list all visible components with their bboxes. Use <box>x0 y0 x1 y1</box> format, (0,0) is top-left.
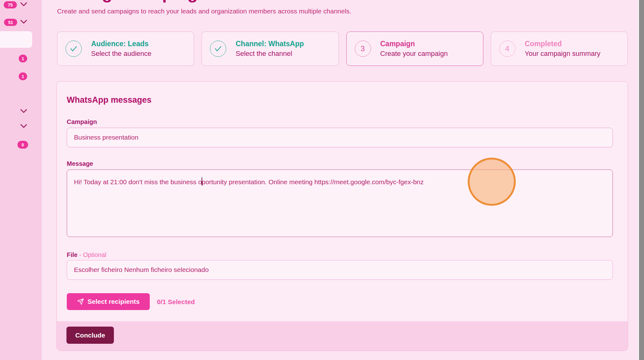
step-subtitle: Select the audience <box>91 50 151 58</box>
file-label-text: File <box>67 251 77 258</box>
whatsapp-message-card: WhatsApp messages Campaign Business pres… <box>56 81 628 351</box>
scrollbar-thumb[interactable] <box>639 0 644 360</box>
sidebar-active-item[interactable] <box>0 31 32 48</box>
step-title: Completed <box>525 40 601 48</box>
page-subtitle: Create and send campaigns to reach your … <box>57 7 351 15</box>
chevron-down-icon[interactable] <box>20 109 27 114</box>
page-title-clipped: Manage campaigns <box>57 0 463 3</box>
step-channel[interactable]: Channel: WhatsApp Select the channel <box>202 32 339 66</box>
step-title: Campaign <box>380 40 448 48</box>
page-title: Manage campaigns <box>57 0 218 3</box>
check-circle-icon <box>66 41 82 57</box>
file-picker-input[interactable]: Escolher ficheiro Nenhum ficheiro seleci… <box>67 260 613 280</box>
step-texts: Campaign Create your campaign <box>380 40 448 58</box>
file-optional-text: - Optional <box>79 251 106 258</box>
select-recipients-button[interactable]: Select recipients <box>67 293 150 310</box>
check-circle-icon <box>210 41 226 57</box>
section-title: WhatsApp messages <box>67 95 152 105</box>
step-texts: Channel: WhatsApp Select the channel <box>236 40 304 58</box>
step-number-circle: 3 <box>355 41 371 57</box>
step-number-circle: 4 <box>499 41 515 57</box>
step-subtitle: Select the channel <box>236 50 304 58</box>
step-subtitle: Create your campaign <box>380 50 448 58</box>
select-recipients-label: Select recipients <box>88 298 140 305</box>
sidebar: 75 51 1 1 0 <box>0 0 41 360</box>
sidebar-count-badge: 75 <box>4 1 17 8</box>
campaign-name-input[interactable]: Business presentation <box>67 128 613 147</box>
sidebar-count-badge: 0 <box>17 141 28 149</box>
chevron-down-icon[interactable] <box>20 2 27 7</box>
campaign-name-value: Business presentation <box>74 134 139 141</box>
chevron-down-icon[interactable] <box>20 124 27 129</box>
campaign-label: Campaign <box>67 118 97 126</box>
message-value-after-caret: portunity presentation. Online meeting h… <box>202 178 424 185</box>
file-label: File - Optional <box>67 251 106 259</box>
file-picker-value: Escolher ficheiro Nenhum ficheiro seleci… <box>74 266 209 273</box>
campaign-steps: Audience: Leads Select the audience Chan… <box>57 32 628 66</box>
sidebar-count-badge: 1 <box>19 55 27 62</box>
message-value-before-caret: Hi! Today at 21:00 don't miss the busine… <box>74 178 202 185</box>
card-footer: Conclude <box>57 321 628 351</box>
chevron-down-icon[interactable] <box>20 19 27 24</box>
step-completed[interactable]: 4 Completed Your campaign summary <box>491 32 628 66</box>
conclude-button[interactable]: Conclude <box>66 327 114 344</box>
step-texts: Completed Your campaign summary <box>525 40 601 58</box>
message-label: Message <box>67 160 93 167</box>
sidebar-count-badge: 1 <box>19 72 27 80</box>
step-audience[interactable]: Audience: Leads Select the audience <box>57 32 194 66</box>
sidebar-count-badge: 51 <box>4 19 17 26</box>
message-textarea[interactable]: Hi! Today at 21:00 don't miss the busine… <box>67 170 613 237</box>
step-subtitle: Your campaign summary <box>525 50 601 58</box>
step-texts: Audience: Leads Select the audience <box>91 40 151 58</box>
recipients-selected-count: 0/1 Selected <box>157 298 195 306</box>
step-campaign[interactable]: 3 Campaign Create your campaign <box>346 32 483 66</box>
step-title: Channel: WhatsApp <box>236 40 304 48</box>
step-title: Audience: Leads <box>91 40 151 48</box>
send-icon <box>77 298 84 305</box>
